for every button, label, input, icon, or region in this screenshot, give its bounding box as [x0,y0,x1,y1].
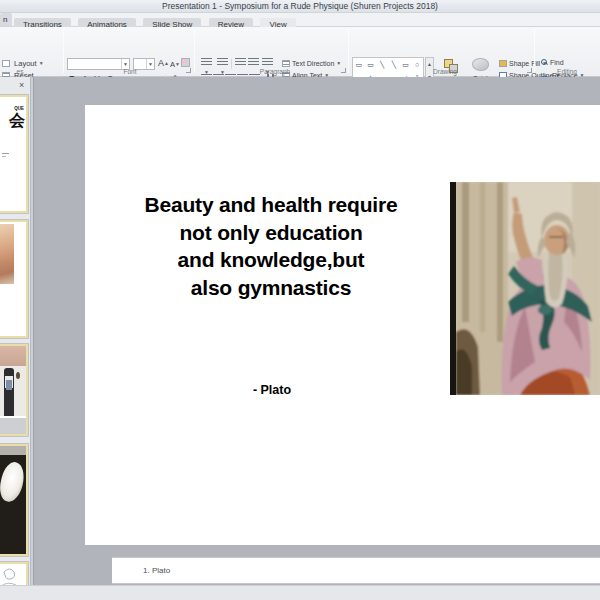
drawing-dialog-launcher[interactable] [527,68,532,73]
slide-thumbnail-4[interactable] [0,444,28,556]
chevron-down-icon: ▼ [336,60,341,66]
find-button[interactable]: Find [541,58,564,68]
increase-indent-icon [248,58,259,66]
paragraph-group-label: Paragraph [230,68,320,75]
text-direction-icon [282,60,290,67]
workspace: × QUE 会 [0,77,600,600]
window-title-bar: Presentation 1 - Symposium for a Rude Ph… [0,0,600,13]
thumbnail-text-line [2,153,9,154]
quote-line: Beauty and health require [121,191,421,219]
group-divider [348,29,349,73]
drawing-group-label: Drawing [400,68,490,75]
group-divider [63,29,64,73]
shape-icon[interactable]: ╲ [380,61,384,69]
font-dialog-launcher[interactable] [186,68,191,73]
thumbnail-text-line [2,156,6,157]
status-bar-area [0,585,600,600]
slides-group-label: es [0,68,40,75]
slide-thumbnail-2[interactable] [0,220,28,338]
notes-text: 1. Plato [143,566,170,575]
numbered-list-icon [217,58,228,66]
shrink-font-button[interactable]: A▼ [170,59,180,70]
quote-line: not only education [121,219,421,247]
ribbon-tab-row: n Transitions Animations Slide Show Revi… [0,13,600,27]
attribution-text[interactable]: - Plato [162,383,382,397]
quote-line: also gymnastics [121,274,421,302]
shape-icon[interactable]: ▭ [356,61,363,69]
notes-pane[interactable]: 1. Plato [112,557,600,584]
cjk-character: 会 [9,112,25,130]
pane-splitter[interactable] [30,77,34,600]
layout-icon [2,60,10,67]
thumbnail-photo-background [0,346,26,366]
tab-partial-left[interactable]: n [0,13,12,26]
window-title: Presentation 1 - Symposium for a Rude Ph… [162,1,438,11]
editing-group-label: Editing [535,68,599,75]
clear-formatting-icon[interactable] [181,58,190,67]
thumbnail-person-vest [6,380,12,390]
group-divider [194,29,195,73]
find-icon [541,59,548,66]
slide-thumbnail-1[interactable]: QUE 会 [0,95,28,213]
quote-text-block[interactable]: Beauty and health requirenot only educat… [121,191,421,301]
chevron-down-icon: ▼ [39,60,44,66]
caret-up-icon: ▲ [164,60,169,66]
shape-icon[interactable]: ╲ [392,61,396,69]
shape-fill-icon [499,60,507,67]
caret-down-icon: ▼ [175,61,180,67]
quote-line: and knowledge,but [121,246,421,274]
close-pane-icon[interactable]: × [19,81,24,90]
slides-thumbnail-pane: × QUE 会 [0,77,30,600]
line-spacing-icon [262,58,273,66]
bullet-list-icon [201,58,212,66]
font-group-label: Font [95,68,165,75]
bullets-button[interactable]: ▼ [200,58,213,70]
slide-canvas[interactable]: Beauty and health requirenot only educat… [85,105,600,545]
plato-image[interactable] [450,182,600,395]
thumbnail-wall-object [16,372,20,379]
thumbnail-photo-floor [0,418,26,434]
paragraph-dialog-launcher[interactable] [341,68,346,73]
group-divider [534,29,535,73]
thumbnail-photo-top-band [0,446,26,455]
ribbon: Layout ▼ Reset Section ▼ es ▼ ▼ A▲ A▼ B … [0,27,600,77]
decrease-indent-icon [235,58,246,66]
numbering-button[interactable]: ▼ [216,58,229,70]
shape-icon[interactable]: ▭ [367,61,374,69]
slide-thumbnail-3[interactable] [0,344,28,436]
thumbnail-figure-image [0,224,14,284]
